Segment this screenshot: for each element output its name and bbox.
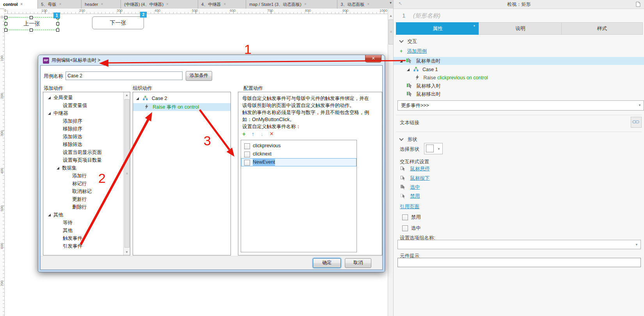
page-tab[interactable]: 5、母版× (38, 0, 82, 9)
text-link-button[interactable] (631, 117, 642, 128)
page-tab[interactable]: map / State1 (3、动态面板)× (246, 0, 337, 9)
expander-icon[interactable] (407, 68, 410, 71)
action-tree-item[interactable]: 全局变量 (43, 94, 123, 102)
disabled-checkbox-row[interactable]: 禁用 (394, 213, 644, 221)
expander-icon[interactable] (48, 112, 51, 115)
event-onclick-row[interactable]: 鼠标单击时 (394, 57, 644, 65)
tab-close-icon[interactable]: × (20, 2, 23, 6)
move-up-icon[interactable]: ↑ (252, 131, 254, 137)
action-tree-item[interactable]: 取消标记 (43, 187, 123, 195)
add-case-link[interactable]: + 添加用例 (394, 47, 644, 55)
move-down-icon[interactable]: ↓ (261, 131, 263, 137)
widget-name-placeholder[interactable]: (矩形名称) (413, 12, 440, 20)
tab-close-icon[interactable]: × (101, 2, 103, 6)
back-icon[interactable]: ↖ (398, 1, 402, 6)
resize-handle[interactable] (4, 22, 7, 25)
resize-handle[interactable] (4, 16, 7, 19)
expander-icon[interactable] (400, 60, 403, 62)
action-tree-item[interactable]: 其他 (43, 211, 123, 219)
action-tree-item[interactable]: 数据集 (43, 164, 123, 172)
event-row-editing[interactable]: NewEvent (241, 158, 357, 166)
case-name-input[interactable] (66, 71, 183, 80)
action-tree-item[interactable]: 触发事件 (43, 234, 123, 242)
resize-handle[interactable] (30, 29, 33, 32)
next-button-widget[interactable]: 下一张 (92, 16, 144, 29)
style-link-mouseover[interactable]: 鼠标悬停 (394, 165, 644, 173)
scroll-up-icon[interactable]: ▲ (388, 14, 394, 18)
action-tree-item[interactable]: 更新行 (43, 195, 123, 203)
page-tab[interactable]: control× (0, 0, 38, 9)
event-checkbox[interactable] (244, 152, 250, 157)
scroll-up-icon[interactable]: ▲ (124, 93, 130, 97)
ok-button[interactable]: 确定 (313, 258, 341, 268)
scrollbar-thumb[interactable]: ≡ (124, 99, 130, 248)
event-mousein-row[interactable]: 鼠标移入时 (394, 82, 644, 90)
event-row[interactable]: clickprevious (241, 142, 357, 150)
option-group-dropdown[interactable]: ▼ (397, 240, 641, 249)
action-tree-item[interactable]: 添加排序 (43, 117, 123, 125)
dialog-titlebar[interactable]: RP 用例编辑<鼠标单击时 > (43, 57, 100, 64)
expander-icon[interactable] (136, 97, 139, 100)
resize-handle[interactable] (56, 29, 59, 32)
tab-close-icon[interactable]: × (367, 2, 369, 6)
case1-row[interactable]: Case 1 (394, 66, 644, 73)
action-tree-item[interactable]: 添加筛选 (43, 133, 123, 141)
action-tree-item[interactable]: 移除排序 (43, 125, 123, 133)
delete-event-icon[interactable]: ✕ (270, 131, 274, 137)
case-node[interactable]: Case 2 (133, 92, 231, 102)
scroll-down-icon[interactable]: ▼ (124, 250, 130, 254)
selected-checkbox[interactable] (402, 225, 408, 231)
tab-notes[interactable]: 说明 (479, 22, 562, 35)
page-tab[interactable]: header× (82, 0, 121, 9)
tab-close-icon[interactable]: × (304, 2, 307, 6)
event-row[interactable]: clicknext (241, 150, 357, 158)
shape-section-header[interactable]: 形状 (394, 136, 644, 143)
add-event-icon[interactable]: + (242, 130, 246, 137)
more-events-dropdown[interactable]: 更多事件>>> ▼ (397, 100, 644, 111)
raise-action-row[interactable]: Raise clickprevious on control (394, 74, 644, 82)
raise-action-node[interactable]: Raise 事件 on control (133, 103, 231, 111)
action-tree-item[interactable]: 中继器 (43, 109, 123, 117)
action-tree-item[interactable]: 设置每页项目数量 (43, 156, 123, 164)
event-mouseout-row[interactable]: 鼠标移出时 (394, 90, 644, 98)
style-link-disabled[interactable]: 禁用 (394, 192, 644, 200)
ref-page-link[interactable]: 引用页面 (394, 203, 644, 211)
interaction-section-header[interactable]: 交互 (394, 37, 644, 45)
page-tab[interactable]: (中继器) (4、中继器)× (121, 0, 198, 9)
action-tree-item[interactable]: 引发事件 (43, 242, 123, 250)
resize-handle[interactable] (56, 22, 59, 25)
expander-icon[interactable] (48, 214, 51, 216)
list-scrollbar[interactable]: ▲ ≡ ▼ (123, 92, 130, 255)
action-tree-item[interactable]: 删除行 (43, 203, 123, 211)
action-tree-item[interactable]: 标记行 (43, 180, 123, 187)
event-name-editing[interactable]: NewEvent (253, 158, 275, 166)
tab-close-icon[interactable]: × (224, 2, 226, 6)
action-tree-item[interactable]: 设置变量值 (43, 102, 123, 109)
action-tree-item[interactable]: 其他 (43, 227, 123, 234)
tooltip-input[interactable] (397, 258, 641, 267)
dialog-close-button[interactable]: ✕ (365, 55, 381, 62)
disabled-checkbox[interactable] (402, 214, 408, 220)
action-tree-item[interactable]: 等待 (43, 219, 123, 227)
tab-overflow-icon[interactable]: ▼ (388, 1, 394, 7)
tab-style[interactable]: 样式 (561, 22, 643, 35)
tab-properties[interactable]: 属性 * (396, 22, 479, 35)
style-link-selected[interactable]: 选中 (394, 183, 644, 191)
resize-handle[interactable] (4, 29, 7, 32)
cancel-button[interactable]: 取消 (345, 258, 371, 268)
page-tab[interactable]: 4、中继器× (198, 0, 246, 9)
canvas-scrollbar[interactable]: ▲ ≡ (388, 9, 394, 316)
action-tree-item[interactable]: 添加行 (43, 172, 123, 180)
resize-handle[interactable] (30, 16, 33, 19)
style-link-mousedown[interactable]: 鼠标按下 (394, 174, 644, 182)
expander-icon[interactable] (57, 167, 59, 170)
event-checkbox[interactable] (244, 143, 250, 149)
action-tree-item[interactable]: 设置当前显示页面 (43, 148, 123, 156)
tab-close-icon[interactable]: × (166, 2, 169, 6)
shape-picker[interactable]: ▼ (424, 143, 443, 154)
page-icon[interactable] (636, 2, 640, 7)
event-checkbox[interactable] (244, 160, 250, 166)
tab-close-icon[interactable]: × (59, 2, 61, 6)
page-tab[interactable]: 3、动态面板× (337, 0, 394, 9)
expander-icon[interactable] (48, 96, 51, 99)
